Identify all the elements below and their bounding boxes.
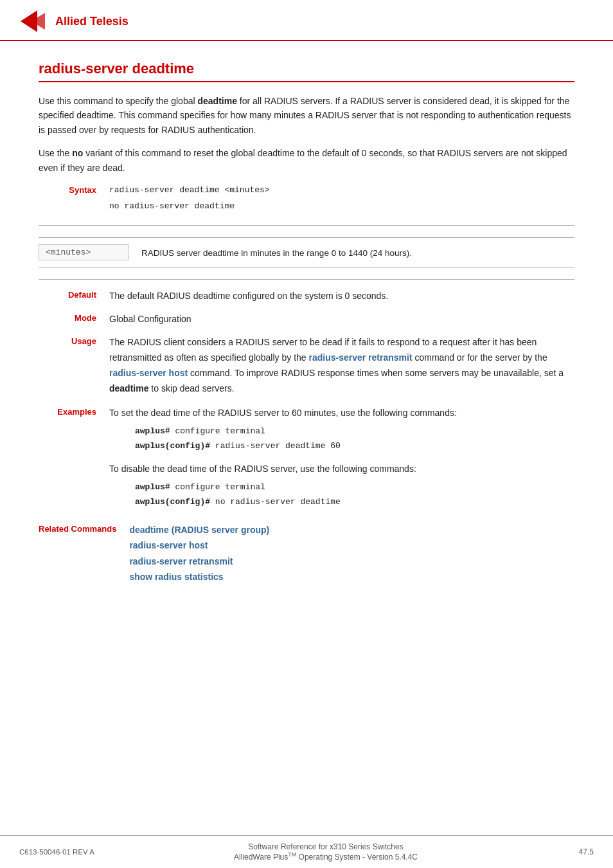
example1-line2: awplus(config)# radius-server deadtime 6… <box>135 439 574 453</box>
related-cmd-1[interactable]: deadtime (RADIUS server group) <box>129 523 574 537</box>
link-host[interactable]: radius-server host <box>109 368 188 378</box>
divider-2 <box>39 279 574 280</box>
mode-label: Mode <box>39 312 109 323</box>
description-1: Use this command to specify the global d… <box>39 94 574 137</box>
link-retransmit[interactable]: radius-server retransmit <box>309 352 413 363</box>
related-commands-section: Related Commands deadtime (RADIUS server… <box>39 523 574 584</box>
logo-text: Allied Telesis <box>55 15 129 28</box>
mode-section: Mode Global Configuration <box>39 312 574 326</box>
related-commands-content: deadtime (RADIUS server group) radius-se… <box>129 523 574 584</box>
default-content: The default RADIUS deadtime configured o… <box>109 289 574 303</box>
logo: Allied Telesis <box>19 9 129 33</box>
syntax-section: Syntax radius-server deadtime <minutes> … <box>39 184 574 216</box>
related-cmd-3[interactable]: radius-server retransmit <box>129 554 574 568</box>
param-table: <minutes> RADIUS server deadtime in minu… <box>39 237 574 267</box>
related-cmd-4[interactable]: show radius statistics <box>129 570 574 584</box>
example2-line1: awplus# configure terminal <box>135 480 574 494</box>
related-cmd-2[interactable]: radius-server host <box>129 538 574 552</box>
syntax-label: Syntax <box>39 184 109 195</box>
example1-line1: awplus# configure terminal <box>135 424 574 439</box>
footer-center: Software Reference for x310 Series Switc… <box>96 842 555 862</box>
footer-tm: TM <box>288 851 296 858</box>
example2: awplus# configure terminal awplus(config… <box>135 480 574 510</box>
usage-section: Usage The RADIUS client considers a RADI… <box>39 335 574 396</box>
example2-line2: awplus(config)# no radius-server deadtim… <box>135 494 574 509</box>
examples-content: To set the dead time of the RADIUS serve… <box>109 406 574 514</box>
footer-line1: Software Reference for x310 Series Switc… <box>96 842 555 851</box>
footer-right: 47.5 <box>555 847 594 856</box>
usage-content: The RADIUS client considers a RADIUS ser… <box>109 335 574 396</box>
examples-label: Examples <box>39 406 109 417</box>
default-section: Default The default RADIUS deadtime conf… <box>39 289 574 303</box>
related-commands-list: deadtime (RADIUS server group) radius-se… <box>129 523 574 584</box>
example1: awplus# configure terminal awplus(config… <box>135 424 574 454</box>
logo-icon <box>19 9 53 33</box>
footer-left: C613-50046-01 REV A <box>19 848 96 856</box>
page-header: Allied Telesis <box>0 0 613 41</box>
usage-label: Usage <box>39 335 109 346</box>
related-commands-label: Related Commands <box>39 523 129 534</box>
divider-1 <box>39 225 574 226</box>
examples-intro-1: To set the dead time of the RADIUS serve… <box>109 406 574 420</box>
default-label: Default <box>39 289 109 300</box>
param-name: <minutes> <box>39 244 129 260</box>
page-title: radius-server deadtime <box>39 60 574 82</box>
syntax-line2: no radius-server deadtime <box>109 200 574 213</box>
syntax-content: radius-server deadtime <minutes> no radi… <box>109 184 574 216</box>
examples-intro-2: To disable the dead time of the RADIUS s… <box>109 462 574 476</box>
examples-section: Examples To set the dead time of the RAD… <box>39 406 574 514</box>
page-footer: C613-50046-01 REV A Software Reference f… <box>0 835 613 868</box>
footer-line2: AlliedWare PlusTM Operating System - Ver… <box>96 851 555 862</box>
description-2: Use the no variant of this command to re… <box>39 146 574 175</box>
mode-content: Global Configuration <box>109 312 574 326</box>
main-content: radius-server deadtime Use this command … <box>0 41 613 612</box>
param-desc: RADIUS server deadtime in minutes in the… <box>141 244 412 260</box>
syntax-line1: radius-server deadtime <minutes> <box>109 184 574 197</box>
